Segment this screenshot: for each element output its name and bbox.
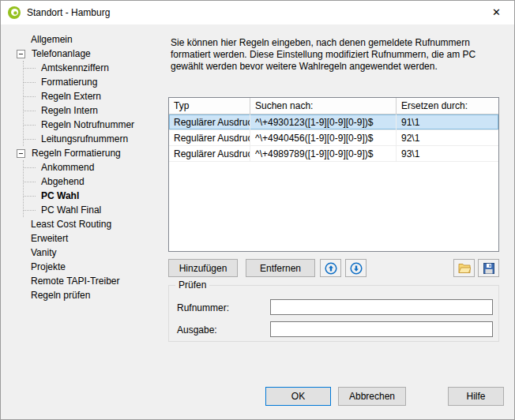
rufnummer-label: Rufnummer: — [177, 302, 229, 313]
column-header-suchen[interactable]: Suchen nach: — [250, 98, 397, 114]
cell-ersetzen: 92\1 — [397, 130, 498, 145]
add-rule-button[interactable]: Hinzufügen — [168, 259, 238, 277]
app-logo-icon — [8, 6, 21, 19]
collapse-icon[interactable] — [17, 149, 25, 158]
column-header-typ[interactable]: Typ — [169, 98, 250, 114]
arrow-down-icon — [350, 262, 363, 275]
tree-item-vanity[interactable]: Vanity — [17, 246, 164, 260]
close-button[interactable]: ✕ — [479, 1, 514, 24]
move-up-button[interactable] — [320, 259, 341, 277]
telefonanlage-children: Amtskennziffern Formatierung Regeln Exte… — [23, 61, 164, 146]
tree-item-remote-tapi-treiber[interactable]: Remote TAPI-Treiber — [17, 274, 164, 288]
cell-typ: Regulärer Ausdruck — [169, 146, 250, 161]
groupbox-legend: Prüfen — [175, 279, 209, 291]
close-icon: ✕ — [492, 6, 501, 18]
cell-ersetzen: 93\1 — [397, 146, 498, 161]
open-folder-icon — [458, 263, 471, 274]
rufnummer-input[interactable] — [270, 299, 493, 315]
tree-item-amtskennziffern[interactable]: Amtskennziffern — [24, 61, 164, 75]
standort-dialog: Standort - Hamburg ✕ Allgemein Telefonan… — [0, 0, 515, 420]
tree-item-regeln-notrufnummer[interactable]: Regeln Notrufnummer — [24, 118, 164, 132]
ausgabe-label: Ausgabe: — [177, 324, 217, 336]
title-bar: Standort - Hamburg ✕ — [1, 1, 514, 24]
tree-item-ankommend[interactable]: Ankommend — [24, 160, 164, 174]
rules-table-header: Typ Suchen nach: Ersetzen durch: — [169, 98, 498, 114]
cell-suchen: ^\+4989789([1-9][0-9][0-9])$ — [250, 146, 397, 161]
tree-item-least-cost-routing[interactable]: Least Cost Routing — [17, 217, 164, 231]
window-title: Standort - Hamburg — [27, 7, 110, 18]
tree-item-regeln-formatierung[interactable]: Regeln Formatierung — [17, 146, 164, 160]
cell-suchen: ^\+4940456([1-9][0-9][0-9])$ — [250, 130, 397, 145]
tree-item-leitungsrufnummern[interactable]: Leitungsrufnummern — [24, 132, 164, 146]
import-rules-button[interactable] — [453, 259, 475, 277]
tree-item-projekte[interactable]: Projekte — [17, 260, 164, 274]
table-row[interactable]: Regulärer Ausdruck ^\+4940456([1-9][0-9]… — [169, 130, 498, 146]
ausgabe-input[interactable] — [270, 321, 493, 337]
tree-item-formatierung[interactable]: Formatierung — [24, 75, 164, 89]
save-disk-icon — [483, 263, 494, 274]
pruefen-groupbox: Prüfen Rufnummer: Ausgabe: — [168, 285, 499, 342]
collapse-icon[interactable] — [17, 50, 25, 58]
cell-typ: Regulärer Ausdruck — [169, 130, 250, 145]
cell-suchen: ^\+4930123([1-9][0-9][0-9])$ — [250, 114, 397, 129]
rules-table: Typ Suchen nach: Ersetzen durch: Regulär… — [168, 97, 499, 252]
arrow-up-icon — [325, 262, 337, 275]
tree-item-regeln-extern[interactable]: Regeln Extern — [24, 89, 164, 103]
cancel-button[interactable]: Abbrechen — [338, 387, 406, 406]
cell-ersetzen: 91\1 — [397, 114, 498, 129]
help-button[interactable]: Hilfe — [448, 387, 504, 406]
tree-item-abgehend[interactable]: Abgehend — [24, 174, 164, 189]
tree-item-telefonanlage[interactable]: Telefonanlage — [17, 47, 164, 61]
tree-item-pc-wahl-final[interactable]: PC Wahl Final — [24, 203, 164, 217]
tree-item-regeln-pruefen[interactable]: Regeln prüfen — [17, 288, 164, 302]
tree-item-allgemein[interactable]: Allgemein — [17, 32, 164, 47]
remove-rule-button[interactable]: Entfernen — [246, 259, 315, 277]
column-header-ersetzen[interactable]: Ersetzen durch: — [397, 98, 498, 114]
table-row[interactable]: Regulärer Ausdruck ^\+4989789([1-9][0-9]… — [169, 146, 498, 162]
cell-typ: Regulärer Ausdruck — [169, 114, 250, 129]
table-row[interactable]: Regulärer Ausdruck ^\+4930123([1-9][0-9]… — [169, 114, 498, 130]
tree-item-pc-wahl[interactable]: PC Wahl — [24, 189, 164, 203]
settings-tree: Allgemein Telefonanlage Amtskennziffern … — [17, 32, 164, 302]
page-description: Sie können hier Regeln eingeben, nach de… — [171, 37, 501, 73]
ok-button[interactable]: OK — [265, 387, 331, 406]
tree-item-regeln-intern[interactable]: Regeln Intern — [24, 103, 164, 118]
move-down-button[interactable] — [345, 259, 367, 277]
regeln-formatierung-children: Ankommend Abgehend PC Wahl PC Wahl Final — [23, 160, 164, 217]
tree-item-erweitert[interactable]: Erweitert — [17, 231, 164, 246]
save-rules-button[interactable] — [478, 259, 499, 277]
